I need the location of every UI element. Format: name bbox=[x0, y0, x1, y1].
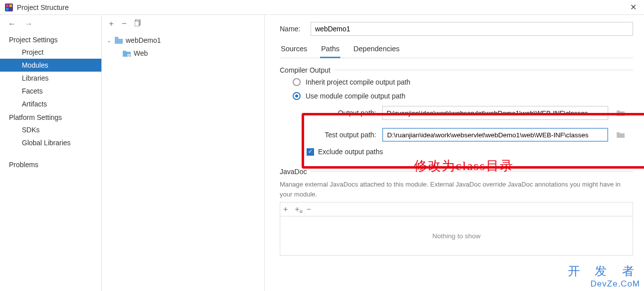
exclude-output-label: Exclude output paths bbox=[318, 148, 383, 156]
radio-module-label: Use module compile output path bbox=[306, 92, 405, 100]
svg-rect-6 bbox=[115, 37, 118, 38]
chevron-down-icon[interactable]: ⌄ bbox=[106, 37, 112, 44]
javadoc-help: Manage external JavaDocs attached to thi… bbox=[280, 180, 633, 199]
javadoc-add-icon[interactable]: + bbox=[283, 205, 288, 214]
compiler-output-title: Compiler Output bbox=[280, 66, 334, 74]
nav-sdks[interactable]: SDKs bbox=[0, 123, 101, 136]
section-project-settings: Project Settings bbox=[0, 33, 101, 46]
svg-rect-3 bbox=[6, 8, 8, 10]
tree-root-label: webDemo1 bbox=[126, 36, 161, 44]
name-label: Name: bbox=[280, 25, 304, 33]
name-row: Name: bbox=[280, 22, 633, 36]
nav-libraries[interactable]: Libraries bbox=[0, 72, 101, 85]
titlebar: Project Structure ✕ bbox=[0, 0, 644, 15]
nav-artifacts[interactable]: Artifacts bbox=[0, 97, 101, 110]
radio-inherit-row[interactable]: Inherit project compile output path bbox=[293, 78, 633, 86]
web-facet-icon bbox=[123, 50, 131, 57]
add-icon[interactable]: + bbox=[109, 19, 114, 29]
javadoc-list: Nothing to show bbox=[280, 216, 633, 256]
module-tree: ⌄ webDemo1 Web bbox=[102, 33, 264, 60]
watermark-line2: DevZe.CoM bbox=[568, 279, 640, 289]
module-tree-panel: + − ⌄ webDemo1 Web bbox=[102, 15, 265, 291]
output-path-browse-icon[interactable] bbox=[614, 106, 627, 119]
exclude-output-checkbox[interactable] bbox=[307, 148, 314, 156]
test-output-path-label: Test output path: bbox=[307, 131, 376, 139]
javadoc-empty: Nothing to show bbox=[432, 232, 481, 240]
svg-rect-2 bbox=[9, 4, 12, 7]
nav-project[interactable]: Project bbox=[0, 46, 101, 59]
nav-problems[interactable]: Problems bbox=[0, 158, 101, 171]
javadoc-section: JavaDoc Manage external JavaDocs attache… bbox=[280, 168, 633, 256]
tab-paths[interactable]: Paths bbox=[320, 43, 340, 58]
tree-child-label: Web bbox=[134, 49, 148, 57]
close-icon[interactable]: ✕ bbox=[627, 2, 639, 12]
forward-icon[interactable]: → bbox=[25, 19, 33, 28]
javadoc-remove-icon[interactable]: − bbox=[307, 205, 311, 214]
module-folder-icon bbox=[115, 37, 123, 44]
module-toolbar: + − bbox=[102, 15, 264, 33]
javadoc-toolbar: + +⊚ − bbox=[280, 202, 633, 216]
path-grid: Output path: Test output path: bbox=[307, 106, 631, 142]
module-name-input[interactable] bbox=[311, 22, 633, 36]
module-tabs: Sources Paths Dependencies bbox=[280, 43, 633, 58]
main: ← → Project Settings Project Modules Lib… bbox=[0, 15, 644, 291]
back-icon[interactable]: ← bbox=[8, 19, 16, 28]
tree-child-row[interactable]: Web bbox=[106, 47, 264, 60]
nav-arrows: ← → bbox=[0, 15, 101, 33]
window-title: Project Structure bbox=[17, 3, 627, 11]
tree-root-row[interactable]: ⌄ webDemo1 bbox=[106, 34, 264, 47]
nav-facets[interactable]: Facets bbox=[0, 85, 101, 97]
nav-modules[interactable]: Modules bbox=[0, 59, 101, 72]
remove-icon[interactable]: − bbox=[122, 19, 127, 29]
detail-panel: Name: Sources Paths Dependencies Compile… bbox=[265, 15, 644, 291]
javadoc-add-url-icon[interactable]: +⊚ bbox=[295, 205, 299, 214]
watermark-line1: 开 发 者 bbox=[568, 263, 640, 279]
test-output-path-input[interactable] bbox=[382, 128, 608, 142]
javadoc-title: JavaDoc bbox=[280, 168, 311, 176]
output-path-label: Output path: bbox=[307, 109, 376, 117]
svg-rect-1 bbox=[6, 4, 8, 7]
test-output-path-browse-icon[interactable] bbox=[614, 128, 627, 141]
output-path-input[interactable] bbox=[382, 106, 608, 120]
app-icon bbox=[5, 3, 13, 11]
nav-global-libraries[interactable]: Global Libraries bbox=[0, 136, 101, 149]
copy-icon[interactable] bbox=[135, 19, 142, 29]
radio-module[interactable] bbox=[293, 92, 301, 100]
compiler-output-section: Compiler Output Inherit project compile … bbox=[280, 66, 633, 165]
tab-sources[interactable]: Sources bbox=[280, 43, 308, 58]
watermark: 开 发 者 DevZe.CoM bbox=[568, 263, 640, 289]
radio-inherit-label: Inherit project compile output path bbox=[306, 78, 410, 86]
exclude-output-row[interactable]: Exclude output paths bbox=[307, 148, 633, 156]
left-panel: ← → Project Settings Project Modules Lib… bbox=[0, 15, 102, 291]
radio-module-row[interactable]: Use module compile output path bbox=[293, 92, 633, 100]
radio-inherit[interactable] bbox=[293, 78, 301, 86]
section-platform-settings: Platform Settings bbox=[0, 110, 101, 123]
tab-dependencies[interactable]: Dependencies bbox=[352, 43, 401, 58]
annotation-text: 修改为class目录 bbox=[414, 157, 514, 175]
svg-rect-5 bbox=[135, 21, 139, 26]
